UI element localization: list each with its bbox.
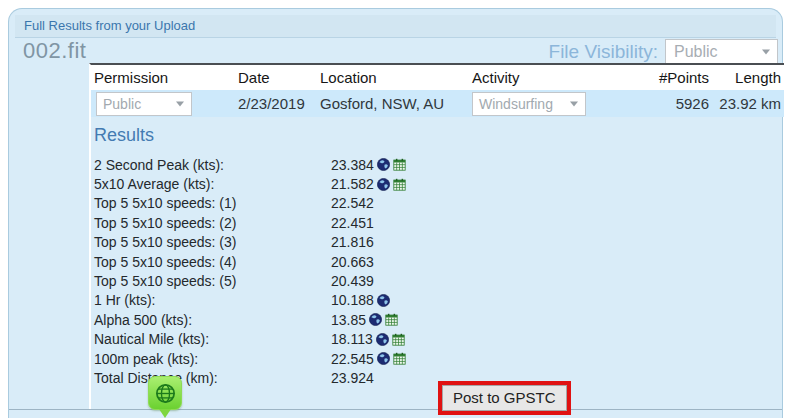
result-row: 1 Hr (kts):10.188	[91, 291, 784, 310]
panel-header-title: Full Results from your Upload	[24, 18, 195, 33]
permission-select[interactable]: Public	[96, 92, 192, 116]
panel-header: Full Results from your Upload	[15, 15, 776, 38]
result-label: Top 5 5x10 speeds: (2)	[91, 215, 331, 231]
result-label: Total Distance (km):	[91, 370, 331, 386]
results-heading: Results	[94, 125, 784, 146]
result-row: Top 5 5x10 speeds: (1)22.542	[91, 194, 784, 213]
calendar-icon[interactable]	[393, 178, 406, 191]
chevron-down-icon	[176, 101, 184, 106]
result-row: Top 5 5x10 speeds: (3)21.816	[91, 233, 784, 252]
location-cell: Gosford, NSW, AU	[317, 95, 469, 112]
result-label: Top 5 5x10 speeds: (1)	[91, 195, 331, 211]
length-cell: 23.92 km	[709, 95, 784, 112]
file-visibility-label: File Visibility:	[549, 41, 658, 63]
result-label: 100m peak (kts):	[91, 351, 331, 367]
result-value: 20.663	[331, 254, 374, 270]
calendar-icon[interactable]	[393, 352, 406, 365]
result-row: Top 5 5x10 speeds: (2)22.451	[91, 213, 784, 232]
col-header-points: #Points	[631, 69, 709, 86]
calendar-icon[interactable]	[385, 313, 398, 326]
activity-cell: Windsurfing	[469, 92, 631, 116]
result-value: 21.582	[331, 176, 374, 192]
table-data-row: Public 2/23/2019 Gosford, NSW, AU Windsu…	[91, 90, 784, 117]
result-value: 23.924	[331, 370, 374, 386]
table-header-row: Permission Date Location Activity #Point…	[91, 65, 784, 90]
result-row: Alpha 500 (kts):13.85	[91, 310, 784, 329]
file-visibility-control: File Visibility: Public	[549, 39, 778, 65]
result-label: 1 Hr (kts):	[91, 292, 331, 308]
result-value: 10.188	[331, 292, 374, 308]
post-to-gpstc-button[interactable]: Post to GPSTC	[442, 385, 567, 411]
result-label: Nautical Mile (kts):	[91, 331, 331, 347]
result-row: 100m peak (kts):22.545	[91, 349, 784, 368]
calendar-icon[interactable]	[392, 333, 405, 346]
activity-value: Windsurfing	[479, 96, 553, 112]
col-header-location: Location	[317, 69, 469, 86]
result-value: 23.384	[331, 157, 374, 173]
bottom-divider	[9, 409, 782, 410]
chevron-down-icon	[762, 50, 770, 55]
permission-value: Public	[103, 96, 141, 112]
col-header-activity: Activity	[469, 69, 631, 86]
marker-body	[148, 376, 182, 410]
result-value: 18.113	[331, 331, 373, 347]
globe-icon[interactable]	[377, 294, 390, 307]
file-visibility-value: Public	[674, 43, 718, 61]
result-value: 21.816	[331, 234, 374, 250]
permission-cell: Public	[91, 92, 235, 116]
result-label: Alpha 500 (kts):	[91, 312, 331, 328]
result-row: Top 5 5x10 speeds: (5)20.439	[91, 271, 784, 290]
annotation-red-box: Post to GPSTC	[438, 381, 571, 415]
activity-select[interactable]: Windsurfing	[472, 92, 586, 116]
globe-icon[interactable]	[369, 313, 382, 326]
file-visibility-select[interactable]: Public	[665, 39, 778, 65]
results-content: Permission Date Location Activity #Point…	[89, 63, 784, 409]
result-label: 2 Second Peak (kts):	[91, 157, 331, 173]
result-row: Nautical Mile (kts):18.113	[91, 330, 784, 349]
globe-icon[interactable]	[376, 333, 389, 346]
points-cell: 5926	[631, 95, 709, 112]
calendar-icon[interactable]	[393, 158, 406, 171]
col-header-date: Date	[235, 69, 317, 86]
upload-results-panel: Full Results from your Upload 002.fit Fi…	[8, 8, 783, 418]
result-label: Top 5 5x10 speeds: (3)	[91, 234, 331, 250]
globe-icon[interactable]	[377, 178, 390, 191]
date-cell: 2/23/2019	[235, 95, 317, 112]
result-row: 2 Second Peak (kts):23.384	[91, 155, 784, 174]
results-list: 2 Second Peak (kts):23.3845x10 Average (…	[91, 155, 784, 388]
result-row: 5x10 Average (kts):21.582	[91, 174, 784, 193]
globe-icon[interactable]	[377, 352, 390, 365]
chevron-down-icon	[570, 101, 578, 106]
result-value: 22.542	[331, 195, 374, 211]
result-label: 5x10 Average (kts):	[91, 176, 331, 192]
result-value: 13.85	[331, 312, 366, 328]
col-header-length: Length	[709, 69, 784, 86]
col-header-permission: Permission	[91, 69, 235, 86]
green-globe-marker-icon[interactable]	[148, 376, 182, 418]
globe-glyph	[154, 382, 177, 405]
result-value: 20.439	[331, 273, 374, 289]
result-value: 22.545	[331, 351, 374, 367]
marker-tail	[159, 409, 171, 418]
result-label: Top 5 5x10 speeds: (4)	[91, 254, 331, 270]
result-row: Top 5 5x10 speeds: (4)20.663	[91, 252, 784, 271]
result-label: Top 5 5x10 speeds: (5)	[91, 273, 331, 289]
globe-icon[interactable]	[377, 158, 390, 171]
file-name: 002.fit	[23, 38, 86, 64]
result-value: 22.451	[331, 215, 374, 231]
